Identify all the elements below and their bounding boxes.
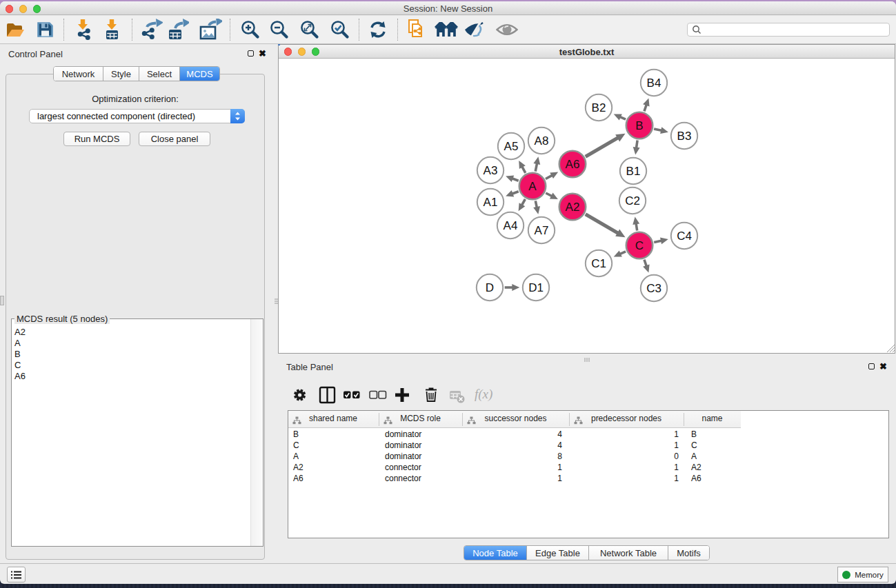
svg-text:A4: A4 xyxy=(504,219,518,232)
svg-text:D1: D1 xyxy=(528,281,544,294)
svg-text:C1: C1 xyxy=(591,257,606,270)
svg-text:C4: C4 xyxy=(677,230,692,243)
svg-text:D: D xyxy=(486,281,494,294)
svg-text:A1: A1 xyxy=(484,196,498,209)
svg-text:A2: A2 xyxy=(566,201,580,214)
svg-text:A7: A7 xyxy=(535,224,549,237)
svg-text:B4: B4 xyxy=(647,77,661,90)
svg-text:B: B xyxy=(635,119,643,132)
svg-text:A6: A6 xyxy=(566,158,580,171)
svg-text:B2: B2 xyxy=(592,101,606,114)
svg-text:A5: A5 xyxy=(504,140,519,153)
svg-text:C3: C3 xyxy=(646,282,661,295)
svg-text:A3: A3 xyxy=(484,164,498,177)
svg-text:B3: B3 xyxy=(677,130,692,143)
svg-text:B1: B1 xyxy=(626,165,641,178)
svg-text:A8: A8 xyxy=(535,134,549,148)
svg-text:C2: C2 xyxy=(625,194,640,207)
svg-text:A: A xyxy=(528,180,537,193)
svg-text:C: C xyxy=(635,239,644,252)
